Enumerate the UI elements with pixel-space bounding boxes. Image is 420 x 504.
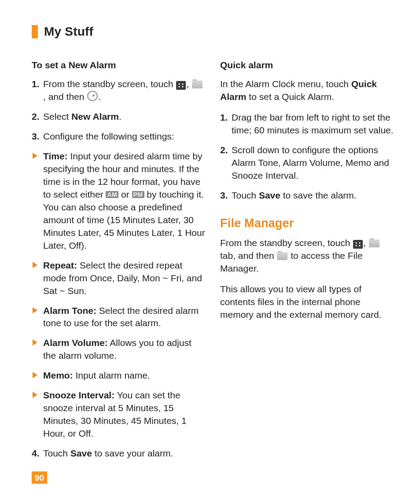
step-number: 4. bbox=[32, 447, 40, 460]
option-alarm-volume: Alarm Volume: Allows you to adjust the a… bbox=[32, 337, 205, 362]
svg-point-2 bbox=[178, 86, 180, 88]
step-text: Configure the following settings: bbox=[43, 131, 174, 141]
option-text: Input alarm name. bbox=[73, 370, 150, 380]
option-label: Memo: bbox=[43, 370, 73, 380]
step-text: to save the alarm. bbox=[280, 190, 357, 200]
step-2: 2. Select New Alarm. bbox=[32, 110, 205, 123]
step-text: . bbox=[98, 92, 101, 102]
fm-para-2: This allows you to view all types of con… bbox=[220, 283, 394, 321]
content-columns: To set a New Alarm 1. From the standby s… bbox=[32, 59, 394, 467]
new-alarm-steps: 1. From the standby screen, touch , , an… bbox=[32, 78, 205, 143]
step-1: 1. From the standby screen, touch , , an… bbox=[32, 78, 205, 103]
step-text: , bbox=[186, 79, 192, 89]
quick-alarm-steps: 1. Drag the bar from left to right to se… bbox=[220, 111, 394, 202]
option-text: or bbox=[118, 189, 132, 199]
step-number: 3. bbox=[220, 189, 228, 202]
triangle-bullet-icon bbox=[33, 392, 37, 398]
header-title: My Stuff bbox=[44, 25, 93, 39]
svg-point-5 bbox=[359, 242, 361, 244]
step-text: , and then bbox=[43, 92, 87, 102]
option-time: Time: Input your desired alarm time by s… bbox=[32, 150, 205, 252]
option-label: Time: bbox=[43, 151, 68, 161]
svg-point-7 bbox=[359, 245, 361, 246]
option-label: Alarm Tone: bbox=[43, 305, 96, 316]
triangle-bullet-icon bbox=[33, 372, 37, 378]
svg-point-3 bbox=[182, 86, 184, 88]
step-text: Touch bbox=[43, 448, 70, 458]
step-number: 1. bbox=[220, 111, 228, 124]
am-badge: AM bbox=[106, 191, 118, 198]
option-label: Snooze Interval: bbox=[43, 390, 114, 400]
svg-point-0 bbox=[178, 83, 180, 85]
folder-icon bbox=[369, 239, 379, 247]
step-bold: New Alarm bbox=[71, 111, 119, 121]
clock-icon bbox=[87, 91, 98, 101]
header-accent-square bbox=[32, 25, 38, 38]
quick-alarm-intro: In the Alarm Clock menu, touch Quick Ala… bbox=[220, 78, 394, 103]
right-column: Quick alarm In the Alarm Clock menu, tou… bbox=[220, 59, 394, 467]
qa-step-2: 2. Scroll down to configure the options … bbox=[220, 144, 394, 182]
intro-text: to set a Quick Alarm. bbox=[247, 92, 335, 102]
triangle-bullet-icon bbox=[33, 153, 37, 159]
step-text: Touch bbox=[232, 190, 259, 200]
subhead-quick-alarm: Quick alarm bbox=[220, 59, 394, 72]
option-repeat: Repeat: Select the desired repeat mode f… bbox=[32, 259, 205, 298]
step-number: 2. bbox=[220, 144, 228, 157]
option-label: Alarm Volume: bbox=[43, 338, 108, 348]
triangle-bullet-icon bbox=[33, 262, 37, 268]
alarm-options-list: Time: Input your desired alarm time by s… bbox=[32, 150, 205, 440]
triangle-bullet-icon bbox=[33, 307, 37, 313]
folder-icon bbox=[192, 81, 203, 88]
fm-text: tab, and then bbox=[220, 250, 276, 261]
step-4: 4. Touch Save to save your alarm. bbox=[32, 447, 205, 460]
triangle-bullet-icon bbox=[33, 339, 37, 346]
step-number: 3. bbox=[32, 130, 40, 143]
step-text: Scroll down to configure the options Ala… bbox=[232, 145, 389, 180]
folder-icon bbox=[277, 252, 287, 260]
step-3: 3. Configure the following settings: bbox=[32, 130, 205, 143]
step-number: 1. bbox=[32, 78, 40, 91]
pm-badge: PM bbox=[132, 191, 144, 198]
qa-step-3: 3. Touch Save to save the alarm. bbox=[220, 189, 394, 202]
qa-step-1: 1. Drag the bar from left to right to se… bbox=[220, 111, 394, 137]
new-alarm-steps-cont: 4. Touch Save to save your alarm. bbox=[32, 447, 205, 460]
svg-point-1 bbox=[182, 83, 184, 85]
option-snooze: Snooze Interval: You can set the snooze … bbox=[32, 389, 205, 440]
step-text: From the standby screen, touch bbox=[43, 79, 176, 89]
step-number: 2. bbox=[32, 110, 40, 123]
left-column: To set a New Alarm 1. From the standby s… bbox=[32, 59, 205, 467]
page-number: 90 bbox=[32, 471, 47, 484]
option-memo: Memo: Input alarm name. bbox=[32, 369, 205, 382]
subhead-new-alarm: To set a New Alarm bbox=[32, 59, 205, 72]
step-bold: Save bbox=[259, 190, 280, 200]
step-text: . bbox=[119, 111, 122, 121]
apps-grid-icon bbox=[353, 240, 363, 249]
fm-text: , bbox=[363, 238, 368, 248]
page-header: My Stuff bbox=[32, 25, 394, 39]
step-text: Select bbox=[43, 111, 71, 121]
step-text: Drag the bar from left to right to set t… bbox=[232, 112, 394, 135]
svg-point-6 bbox=[355, 245, 357, 246]
apps-grid-icon bbox=[176, 81, 186, 90]
step-bold: Save bbox=[70, 448, 92, 458]
intro-text: In the Alarm Clock menu, touch bbox=[220, 79, 351, 89]
step-text: to save your alarm. bbox=[92, 448, 173, 458]
svg-point-4 bbox=[355, 242, 357, 244]
fm-text: From the standby screen, touch bbox=[220, 238, 353, 248]
option-alarm-tone: Alarm Tone: Select the desired alarm ton… bbox=[32, 305, 205, 330]
fm-para-1: From the standby screen, touch , tab, an… bbox=[220, 237, 394, 275]
option-label: Repeat: bbox=[43, 260, 77, 270]
section-file-manager: File Manager bbox=[220, 215, 394, 232]
manual-page: My Stuff To set a New Alarm 1. From the … bbox=[0, 0, 420, 504]
